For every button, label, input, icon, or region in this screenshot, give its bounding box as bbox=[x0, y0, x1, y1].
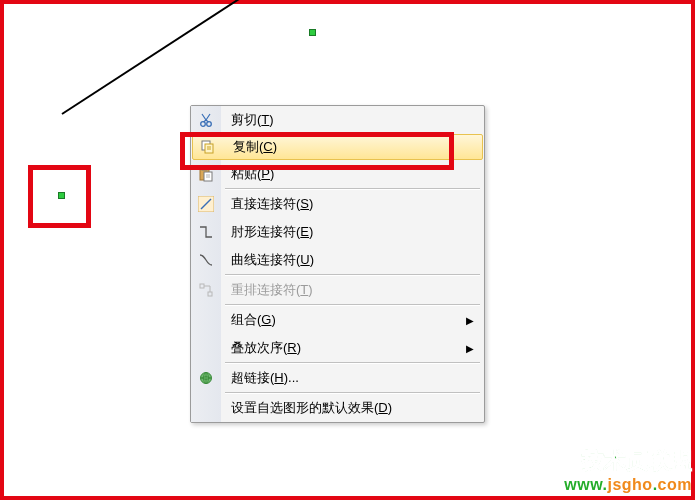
hyperlink-icon bbox=[191, 364, 221, 392]
watermark-url: www.jsgho.com bbox=[564, 475, 692, 494]
svg-rect-14 bbox=[208, 292, 212, 296]
chevron-right-icon: ▶ bbox=[466, 343, 484, 354]
blank-icon bbox=[191, 394, 221, 422]
rearrange-icon bbox=[191, 276, 221, 304]
copy-icon bbox=[193, 135, 223, 159]
curved-connector-icon bbox=[191, 246, 221, 274]
scissors-icon bbox=[191, 106, 221, 134]
menu-label: 剪切(T) bbox=[221, 111, 484, 129]
blank-icon bbox=[191, 306, 221, 334]
menu-item-copy[interactable]: 复制(C) bbox=[192, 134, 483, 160]
menu-label: 组合(G) bbox=[221, 311, 466, 329]
line-endpoint-handle[interactable] bbox=[309, 29, 316, 36]
menu-item-set-defaults[interactable]: 设置自选图形的默认效果(D) bbox=[191, 394, 484, 422]
svg-point-1 bbox=[207, 122, 212, 127]
watermark-title: 技术员联盟 bbox=[564, 448, 692, 474]
menu-label: 粘贴(P) bbox=[221, 165, 484, 183]
svg-rect-13 bbox=[200, 284, 204, 288]
menu-item-order[interactable]: 叠放次序(R) ▶ bbox=[191, 334, 484, 362]
menu-item-cut[interactable]: 剪切(T) bbox=[191, 106, 484, 134]
svg-rect-7 bbox=[202, 167, 207, 170]
svg-point-0 bbox=[201, 122, 206, 127]
menu-item-rearrange-connectors: 重排连接符(T) bbox=[191, 276, 484, 304]
watermark: 技术员联盟 www.jsgho.com bbox=[564, 448, 692, 494]
highlight-box-endpoint bbox=[28, 165, 91, 228]
menu-item-curved-connector[interactable]: 曲线连接符(U) bbox=[191, 246, 484, 274]
menu-label: 重排连接符(T) bbox=[221, 281, 484, 299]
menu-item-elbow-connector[interactable]: 肘形连接符(E) bbox=[191, 218, 484, 246]
blank-icon bbox=[191, 334, 221, 362]
context-menu: 剪切(T) 复制(C) 粘贴(P) 直接连接符(S) 肘形连接符(E) 曲线连接… bbox=[190, 105, 485, 423]
menu-item-group[interactable]: 组合(G) ▶ bbox=[191, 306, 484, 334]
menu-item-straight-connector[interactable]: 直接连接符(S) bbox=[191, 190, 484, 218]
chevron-right-icon: ▶ bbox=[466, 315, 484, 326]
menu-label: 复制(C) bbox=[223, 138, 482, 156]
menu-item-paste[interactable]: 粘贴(P) bbox=[191, 160, 484, 188]
menu-label: 曲线连接符(U) bbox=[221, 251, 484, 269]
menu-label: 肘形连接符(E) bbox=[221, 223, 484, 241]
menu-label: 直接连接符(S) bbox=[221, 195, 484, 213]
menu-label: 叠放次序(R) bbox=[221, 339, 466, 357]
straight-connector-icon bbox=[191, 190, 221, 218]
menu-item-hyperlink[interactable]: 超链接(H)... bbox=[191, 364, 484, 392]
menu-label: 超链接(H)... bbox=[221, 369, 484, 387]
menu-label: 设置自选图形的默认效果(D) bbox=[221, 399, 484, 417]
paste-icon bbox=[191, 160, 221, 188]
elbow-connector-icon bbox=[191, 218, 221, 246]
